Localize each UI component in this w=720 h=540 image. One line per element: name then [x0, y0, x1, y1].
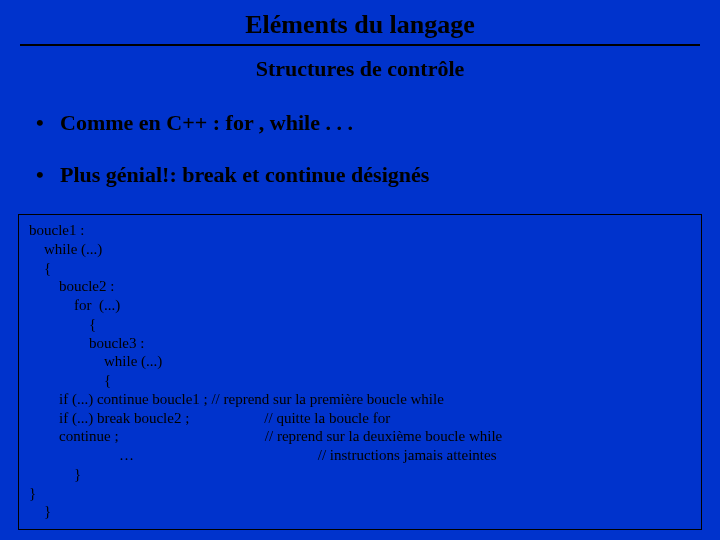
bullet-item: Plus génial!: break et continue désignés [36, 162, 720, 188]
bullet-list: Comme en C++ : for , while . . . Plus gé… [36, 110, 720, 188]
slide: Eléments du langage Structures de contrô… [0, 0, 720, 540]
title-underline [20, 44, 700, 46]
code-block: boucle1 : while (...) { boucle2 : for (.… [18, 214, 702, 530]
title-block: Eléments du langage [0, 0, 720, 46]
slide-title: Eléments du langage [241, 10, 479, 42]
bullet-item: Comme en C++ : for , while . . . [36, 110, 720, 136]
slide-subtitle: Structures de contrôle [0, 56, 720, 82]
